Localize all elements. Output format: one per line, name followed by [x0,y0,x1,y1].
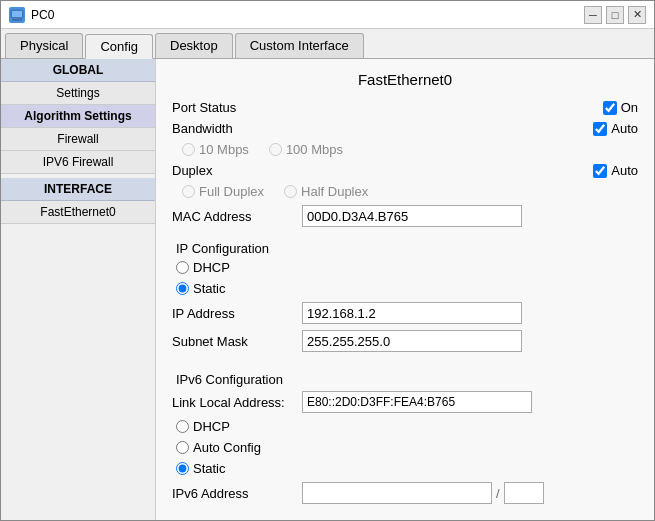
ipv6-dhcp-option: DHCP [176,419,230,434]
sidebar-global-header: GLOBAL [1,59,155,82]
subnet-mask-row: Subnet Mask [172,330,638,352]
ip-static-label: Static [193,281,226,296]
ip-static-row: Static [176,281,638,296]
ip-static-radio[interactable] [176,282,189,295]
ipv6-prefix-input[interactable] [504,482,544,504]
tab-config[interactable]: Config [85,34,153,59]
minimize-button[interactable]: ─ [584,6,602,24]
ipv6-mode-section: DHCP Auto Config Static [172,419,638,476]
ipv6-dhcp-row: DHCP [176,419,638,434]
link-local-label: Link Local Address: [172,395,302,410]
bandwidth-100mbps-option: 100 Mbps [269,142,343,157]
ip-address-row: IP Address [172,302,638,324]
link-local-row: Link Local Address: [172,391,638,413]
mac-address-row: MAC Address [172,205,638,227]
duplex-auto-checkbox[interactable] [593,164,607,178]
duplex-label: Duplex [172,163,302,178]
half-duplex-radio[interactable] [284,185,297,198]
ipv6-static-row: Static [176,461,638,476]
ip-dhcp-option: DHCP [176,260,230,275]
half-duplex-option: Half Duplex [284,184,368,199]
bandwidth-100mbps-radio[interactable] [269,143,282,156]
sidebar-interface-header: INTERFACE [1,174,155,201]
ipv6-static-radio[interactable] [176,462,189,475]
ipv6-config-section-label: IPv6 Configuration [172,368,638,391]
bandwidth-row: Bandwidth Auto [172,121,638,136]
ipv6-static-option: Static [176,461,226,476]
ip-dhcp-radio[interactable] [176,261,189,274]
window-title: PC0 [31,8,584,22]
tab-bar: Physical Config Desktop Custom Interface [1,29,654,59]
bandwidth-100mbps-label: 100 Mbps [286,142,343,157]
subnet-mask-label: Subnet Mask [172,334,302,349]
half-duplex-label: Half Duplex [301,184,368,199]
bandwidth-auto-check: Auto [593,121,638,136]
ip-mode-section: DHCP Static [172,260,638,296]
mac-address-label: MAC Address [172,209,302,224]
link-local-input[interactable] [302,391,532,413]
sidebar-item-fastethernet[interactable]: FastEthernet0 [1,201,155,224]
svg-rect-3 [12,11,22,17]
close-button[interactable]: ✕ [628,6,646,24]
titlebar: PC0 ─ □ ✕ [1,1,654,29]
ip-dhcp-label: DHCP [193,260,230,275]
ipv6-auto-config-radio[interactable] [176,441,189,454]
port-status-row: Port Status On [172,100,638,115]
duplex-auto-check: Auto [593,163,638,178]
ip-config-section-label: IP Configuration [172,233,638,260]
ipv6-auto-config-option: Auto Config [176,440,261,455]
window-icon [9,7,25,23]
full-duplex-label: Full Duplex [199,184,264,199]
ipv6-auto-config-row: Auto Config [176,440,638,455]
ipv6-separator: / [492,486,504,501]
ipv6-dhcp-radio[interactable] [176,420,189,433]
tab-physical[interactable]: Physical [5,33,83,58]
maximize-button[interactable]: □ [606,6,624,24]
window: PC0 ─ □ ✕ Physical Config Desktop Custom… [0,0,655,521]
port-status-label: Port Status [172,100,302,115]
tab-custom-interface[interactable]: Custom Interface [235,33,364,58]
bandwidth-auto-checkbox[interactable] [593,122,607,136]
port-status-check: On [603,100,638,115]
panel-title: FastEthernet0 [172,71,638,88]
bandwidth-10mbps-label: 10 Mbps [199,142,249,157]
ipv6-auto-config-label: Auto Config [193,440,261,455]
bandwidth-options: 10 Mbps 100 Mbps [172,142,638,157]
main-content: GLOBAL Settings Algorithm Settings Firew… [1,59,654,520]
window-controls: ─ □ ✕ [584,6,646,24]
port-status-checkbox[interactable] [603,101,617,115]
mac-address-input[interactable] [302,205,522,227]
bandwidth-auto-label: Auto [611,121,638,136]
full-duplex-radio[interactable] [182,185,195,198]
svg-rect-2 [12,19,22,20]
sidebar-item-firewall[interactable]: Firewall [1,128,155,151]
sidebar-item-ipv6-firewall[interactable]: IPV6 Firewall [1,151,155,174]
ipv6-static-label: Static [193,461,226,476]
duplex-options: Full Duplex Half Duplex [172,184,638,199]
ipv6-dhcp-label: DHCP [193,419,230,434]
bandwidth-label: Bandwidth [172,121,302,136]
ipv6-address-label: IPv6 Address [172,486,302,501]
bandwidth-10mbps-option: 10 Mbps [182,142,249,157]
port-status-on-label: On [621,100,638,115]
ip-dhcp-row: DHCP [176,260,638,275]
ipv6-address-input[interactable] [302,482,492,504]
tab-desktop[interactable]: Desktop [155,33,233,58]
ip-address-label: IP Address [172,306,302,321]
sidebar-item-settings[interactable]: Settings [1,82,155,105]
sidebar-item-algorithm-settings[interactable]: Algorithm Settings [1,105,155,128]
ipv6-address-row: IPv6 Address / [172,482,638,504]
panel-content: FastEthernet0 Port Status On Bandwidth A… [156,59,654,520]
subnet-mask-input[interactable] [302,330,522,352]
sidebar: GLOBAL Settings Algorithm Settings Firew… [1,59,156,520]
sidebar-scroll: GLOBAL Settings Algorithm Settings Firew… [1,59,155,520]
bandwidth-10mbps-radio[interactable] [182,143,195,156]
right-panel: FastEthernet0 Port Status On Bandwidth A… [156,59,654,520]
ip-static-option: Static [176,281,226,296]
duplex-auto-label: Auto [611,163,638,178]
duplex-row: Duplex Auto [172,163,638,178]
ip-address-input[interactable] [302,302,522,324]
full-duplex-option: Full Duplex [182,184,264,199]
